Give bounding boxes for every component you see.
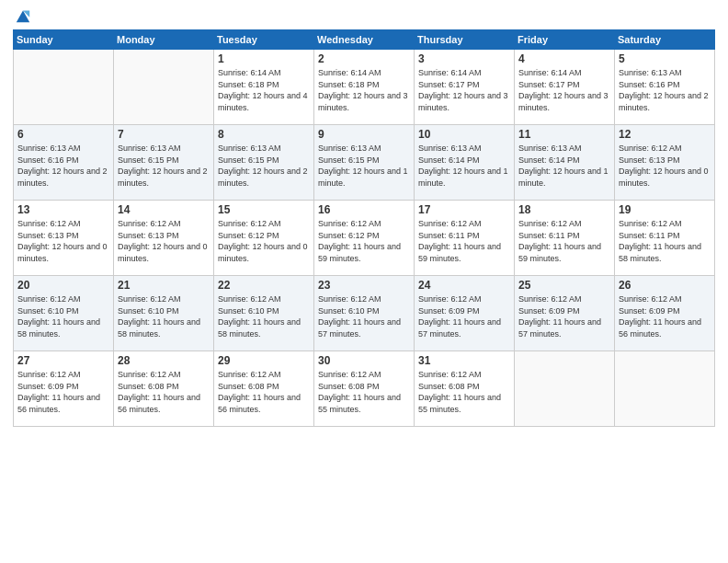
day-info: Sunrise: 6:13 AM Sunset: 6:14 PM Dayligh… bbox=[418, 143, 510, 189]
day-info: Sunrise: 6:12 AM Sunset: 6:11 PM Dayligh… bbox=[518, 218, 610, 264]
day-number: 18 bbox=[518, 203, 610, 216]
calendar-cell: 14Sunrise: 6:12 AM Sunset: 6:13 PM Dayli… bbox=[114, 201, 214, 276]
page: SundayMondayTuesdayWednesdayThursdayFrid… bbox=[0, 0, 728, 563]
day-number: 27 bbox=[17, 354, 109, 367]
calendar-cell: 2Sunrise: 6:14 AM Sunset: 6:18 PM Daylig… bbox=[314, 50, 415, 125]
calendar-cell bbox=[515, 351, 615, 427]
day-number: 17 bbox=[418, 203, 510, 216]
calendar-cell: 26Sunrise: 6:12 AM Sunset: 6:09 PM Dayli… bbox=[615, 276, 715, 351]
day-header-friday: Friday bbox=[515, 30, 615, 50]
day-number: 26 bbox=[619, 279, 711, 292]
logo-icon bbox=[15, 7, 31, 24]
day-number: 25 bbox=[518, 279, 610, 292]
calendar-cell: 27Sunrise: 6:12 AM Sunset: 6:09 PM Dayli… bbox=[14, 351, 114, 427]
day-number: 29 bbox=[218, 354, 310, 367]
calendar-cell: 29Sunrise: 6:12 AM Sunset: 6:08 PM Dayli… bbox=[214, 351, 314, 427]
day-info: Sunrise: 6:12 AM Sunset: 6:11 PM Dayligh… bbox=[418, 218, 510, 264]
calendar-cell: 7Sunrise: 6:13 AM Sunset: 6:15 PM Daylig… bbox=[114, 125, 214, 201]
header bbox=[13, 9, 715, 22]
day-number: 24 bbox=[418, 279, 510, 292]
calendar-cell: 4Sunrise: 6:14 AM Sunset: 6:17 PM Daylig… bbox=[515, 50, 615, 125]
day-number: 2 bbox=[318, 52, 410, 65]
day-number: 7 bbox=[118, 128, 210, 141]
day-number: 5 bbox=[619, 52, 711, 65]
day-number: 13 bbox=[17, 203, 109, 216]
calendar-header-row: SundayMondayTuesdayWednesdayThursdayFrid… bbox=[14, 30, 715, 50]
calendar-cell: 3Sunrise: 6:14 AM Sunset: 6:17 PM Daylig… bbox=[415, 50, 515, 125]
calendar-cell: 28Sunrise: 6:12 AM Sunset: 6:08 PM Dayli… bbox=[114, 351, 214, 427]
calendar-cell: 8Sunrise: 6:13 AM Sunset: 6:15 PM Daylig… bbox=[214, 125, 314, 201]
calendar-cell: 30Sunrise: 6:12 AM Sunset: 6:08 PM Dayli… bbox=[314, 351, 415, 427]
day-number: 9 bbox=[318, 128, 410, 141]
day-info: Sunrise: 6:12 AM Sunset: 6:13 PM Dayligh… bbox=[17, 218, 109, 264]
calendar-cell: 19Sunrise: 6:12 AM Sunset: 6:11 PM Dayli… bbox=[615, 201, 715, 276]
calendar-week-2: 6Sunrise: 6:13 AM Sunset: 6:16 PM Daylig… bbox=[14, 125, 715, 201]
day-info: Sunrise: 6:14 AM Sunset: 6:18 PM Dayligh… bbox=[218, 67, 310, 113]
day-info: Sunrise: 6:12 AM Sunset: 6:09 PM Dayligh… bbox=[17, 369, 109, 415]
day-header-saturday: Saturday bbox=[615, 30, 715, 50]
day-number: 6 bbox=[17, 128, 109, 141]
calendar-cell bbox=[14, 50, 114, 125]
calendar-week-3: 13Sunrise: 6:12 AM Sunset: 6:13 PM Dayli… bbox=[14, 201, 715, 276]
day-info: Sunrise: 6:12 AM Sunset: 6:11 PM Dayligh… bbox=[619, 218, 711, 264]
calendar-cell: 20Sunrise: 6:12 AM Sunset: 6:10 PM Dayli… bbox=[14, 276, 114, 351]
day-info: Sunrise: 6:12 AM Sunset: 6:08 PM Dayligh… bbox=[118, 369, 210, 415]
day-info: Sunrise: 6:12 AM Sunset: 6:12 PM Dayligh… bbox=[318, 218, 410, 264]
calendar-cell: 10Sunrise: 6:13 AM Sunset: 6:14 PM Dayli… bbox=[415, 125, 515, 201]
calendar-cell: 12Sunrise: 6:12 AM Sunset: 6:13 PM Dayli… bbox=[615, 125, 715, 201]
calendar-cell: 24Sunrise: 6:12 AM Sunset: 6:09 PM Dayli… bbox=[415, 276, 515, 351]
day-info: Sunrise: 6:12 AM Sunset: 6:10 PM Dayligh… bbox=[318, 293, 410, 339]
day-info: Sunrise: 6:12 AM Sunset: 6:08 PM Dayligh… bbox=[318, 369, 410, 415]
calendar-cell: 6Sunrise: 6:13 AM Sunset: 6:16 PM Daylig… bbox=[14, 125, 114, 201]
day-number: 10 bbox=[418, 128, 510, 141]
calendar-week-1: 1Sunrise: 6:14 AM Sunset: 6:18 PM Daylig… bbox=[14, 50, 715, 125]
day-number: 22 bbox=[218, 279, 310, 292]
calendar-cell: 31Sunrise: 6:12 AM Sunset: 6:08 PM Dayli… bbox=[415, 351, 515, 427]
day-info: Sunrise: 6:13 AM Sunset: 6:15 PM Dayligh… bbox=[318, 143, 410, 189]
calendar: SundayMondayTuesdayWednesdayThursdayFrid… bbox=[13, 29, 715, 427]
day-info: Sunrise: 6:14 AM Sunset: 6:18 PM Dayligh… bbox=[318, 67, 410, 113]
day-number: 23 bbox=[318, 279, 410, 292]
day-header-thursday: Thursday bbox=[415, 30, 515, 50]
day-header-tuesday: Tuesday bbox=[214, 30, 314, 50]
day-number: 16 bbox=[318, 203, 410, 216]
day-header-sunday: Sunday bbox=[14, 30, 114, 50]
day-info: Sunrise: 6:12 AM Sunset: 6:12 PM Dayligh… bbox=[218, 218, 310, 264]
day-info: Sunrise: 6:12 AM Sunset: 6:08 PM Dayligh… bbox=[418, 369, 510, 415]
day-number: 31 bbox=[418, 354, 510, 367]
day-info: Sunrise: 6:13 AM Sunset: 6:16 PM Dayligh… bbox=[619, 67, 711, 113]
day-number: 3 bbox=[418, 52, 510, 65]
day-info: Sunrise: 6:12 AM Sunset: 6:09 PM Dayligh… bbox=[619, 293, 711, 339]
day-info: Sunrise: 6:12 AM Sunset: 6:09 PM Dayligh… bbox=[518, 293, 610, 339]
day-number: 21 bbox=[118, 279, 210, 292]
calendar-week-4: 20Sunrise: 6:12 AM Sunset: 6:10 PM Dayli… bbox=[14, 276, 715, 351]
day-info: Sunrise: 6:12 AM Sunset: 6:09 PM Dayligh… bbox=[418, 293, 510, 339]
day-number: 8 bbox=[218, 128, 310, 141]
day-info: Sunrise: 6:12 AM Sunset: 6:13 PM Dayligh… bbox=[619, 143, 711, 189]
day-number: 11 bbox=[518, 128, 610, 141]
calendar-cell: 1Sunrise: 6:14 AM Sunset: 6:18 PM Daylig… bbox=[214, 50, 314, 125]
calendar-cell: 22Sunrise: 6:12 AM Sunset: 6:10 PM Dayli… bbox=[214, 276, 314, 351]
day-info: Sunrise: 6:13 AM Sunset: 6:15 PM Dayligh… bbox=[118, 143, 210, 189]
day-info: Sunrise: 6:13 AM Sunset: 6:14 PM Dayligh… bbox=[518, 143, 610, 189]
day-number: 15 bbox=[218, 203, 310, 216]
day-header-monday: Monday bbox=[114, 30, 214, 50]
calendar-cell: 18Sunrise: 6:12 AM Sunset: 6:11 PM Dayli… bbox=[515, 201, 615, 276]
calendar-cell: 25Sunrise: 6:12 AM Sunset: 6:09 PM Dayli… bbox=[515, 276, 615, 351]
logo bbox=[13, 9, 31, 22]
day-number: 1 bbox=[218, 52, 310, 65]
day-number: 20 bbox=[17, 279, 109, 292]
day-info: Sunrise: 6:13 AM Sunset: 6:16 PM Dayligh… bbox=[17, 143, 109, 189]
day-number: 4 bbox=[518, 52, 610, 65]
day-number: 19 bbox=[619, 203, 711, 216]
calendar-cell: 21Sunrise: 6:12 AM Sunset: 6:10 PM Dayli… bbox=[114, 276, 214, 351]
calendar-week-5: 27Sunrise: 6:12 AM Sunset: 6:09 PM Dayli… bbox=[14, 351, 715, 427]
calendar-cell: 5Sunrise: 6:13 AM Sunset: 6:16 PM Daylig… bbox=[615, 50, 715, 125]
day-number: 12 bbox=[619, 128, 711, 141]
day-number: 14 bbox=[118, 203, 210, 216]
day-number: 28 bbox=[118, 354, 210, 367]
calendar-cell: 17Sunrise: 6:12 AM Sunset: 6:11 PM Dayli… bbox=[415, 201, 515, 276]
day-number: 30 bbox=[318, 354, 410, 367]
calendar-cell: 9Sunrise: 6:13 AM Sunset: 6:15 PM Daylig… bbox=[314, 125, 415, 201]
day-info: Sunrise: 6:12 AM Sunset: 6:08 PM Dayligh… bbox=[218, 369, 310, 415]
